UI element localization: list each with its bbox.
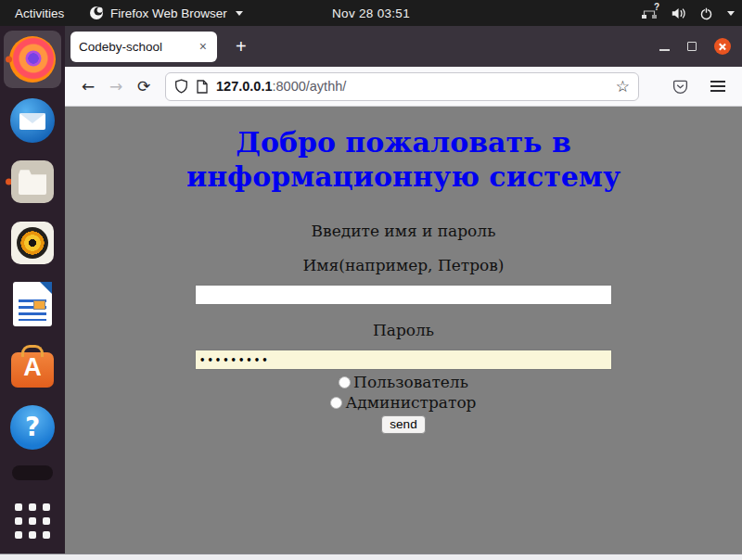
system-menu-caret-icon: [727, 11, 735, 16]
bookmark-star-icon[interactable]: ☆: [616, 77, 630, 95]
clock[interactable]: Nov 28 03:51: [332, 6, 410, 20]
chevron-down-icon: [236, 11, 243, 16]
name-label: Имя(например, Петров): [65, 256, 742, 274]
activities-button[interactable]: Activities: [15, 6, 64, 20]
radio-admin[interactable]: [330, 397, 342, 409]
dock-item-files[interactable]: [4, 153, 61, 210]
reload-button[interactable]: ⟳: [130, 77, 158, 95]
minimize-button[interactable]: [659, 49, 670, 51]
radio-user[interactable]: [339, 376, 351, 388]
power-icon: [699, 6, 713, 20]
radio-user-label: Пользователь: [353, 373, 468, 391]
libreoffice-writer-icon: [13, 282, 52, 326]
help-icon: ?: [10, 405, 55, 450]
network-icon: ?: [641, 6, 659, 20]
menu-button[interactable]: [707, 77, 729, 95]
dock-item-ubuntu-software[interactable]: A: [4, 337, 61, 395]
rhythmbox-icon: [11, 222, 54, 264]
page-heading: Добро пожаловать в информационную систем…: [125, 125, 682, 194]
url-path: :8000/aythh/: [272, 79, 346, 94]
thunderbird-icon: [10, 98, 55, 143]
radio-admin-label: Администратор: [345, 393, 476, 412]
show-applications-button[interactable]: [4, 492, 61, 550]
radio-row-user: Пользователь: [65, 374, 742, 390]
password-label: Пароль: [65, 321, 742, 339]
password-input[interactable]: [195, 350, 612, 370]
firefox-app-menu[interactable]: Firefox Web Browser: [89, 6, 243, 20]
system-tray[interactable]: ?: [641, 6, 735, 20]
pocket-icon[interactable]: [672, 79, 688, 95]
app-grid-icon: [15, 503, 50, 539]
running-indicator: [6, 57, 12, 63]
web-page: Добро пожаловать в информационную систем…: [65, 107, 742, 554]
new-tab-button[interactable]: +: [230, 36, 252, 57]
dock: A ?: [0, 26, 65, 554]
url-text[interactable]: 127.0.0.1:8000/aythh/: [216, 79, 346, 94]
gnome-top-bar: Activities Firefox Web Browser Nov 28 03…: [0, 0, 742, 26]
name-input[interactable]: [195, 285, 612, 305]
tab-codeby-school[interactable]: Codeby-school ×: [70, 32, 217, 62]
files-icon: [11, 160, 54, 203]
tab-title: Codeby-school: [79, 40, 192, 54]
trash-icon: [12, 465, 53, 480]
dock-item-trash[interactable]: [4, 460, 61, 485]
navigation-toolbar: ← → ⟳ 127.0.0.1:8000/aythh/ ☆: [65, 67, 742, 107]
dock-item-firefox[interactable]: [4, 31, 61, 88]
forward-button[interactable]: →: [102, 77, 130, 95]
firefox-mono-icon: [89, 6, 104, 20]
dock-item-thunderbird[interactable]: [4, 92, 61, 149]
maximize-button[interactable]: [687, 42, 697, 51]
radio-row-admin: Администратор: [65, 394, 742, 411]
intro-text: Введите имя и пароль: [65, 222, 742, 240]
tab-close-icon[interactable]: ×: [198, 39, 209, 54]
close-window-button[interactable]: [714, 38, 731, 55]
shield-icon[interactable]: [174, 79, 188, 94]
tab-bar: Codeby-school × +: [65, 26, 742, 67]
send-button[interactable]: send: [381, 415, 425, 434]
page-info-icon[interactable]: [197, 80, 208, 94]
software-letter-glyph: A: [11, 355, 54, 380]
url-bar[interactable]: 127.0.0.1:8000/aythh/ ☆: [165, 72, 639, 101]
network-unknown-glyph: ?: [654, 2, 659, 12]
ubuntu-software-icon: A: [11, 352, 54, 388]
volume-icon: [671, 6, 687, 20]
dock-item-rhythmbox[interactable]: [4, 214, 61, 272]
firefox-window: Codeby-school × + ← → ⟳ 127: [65, 26, 742, 554]
firefox-icon: [9, 36, 56, 83]
window-controls: [659, 38, 731, 55]
back-button[interactable]: ←: [74, 77, 102, 95]
desktop-bottom-strip: [0, 554, 742, 560]
app-menu-label: Firefox Web Browser: [110, 6, 227, 20]
url-host: 127.0.0.1: [216, 79, 272, 94]
dock-item-libreoffice-writer[interactable]: [4, 275, 61, 333]
dock-item-help[interactable]: ?: [4, 399, 61, 456]
